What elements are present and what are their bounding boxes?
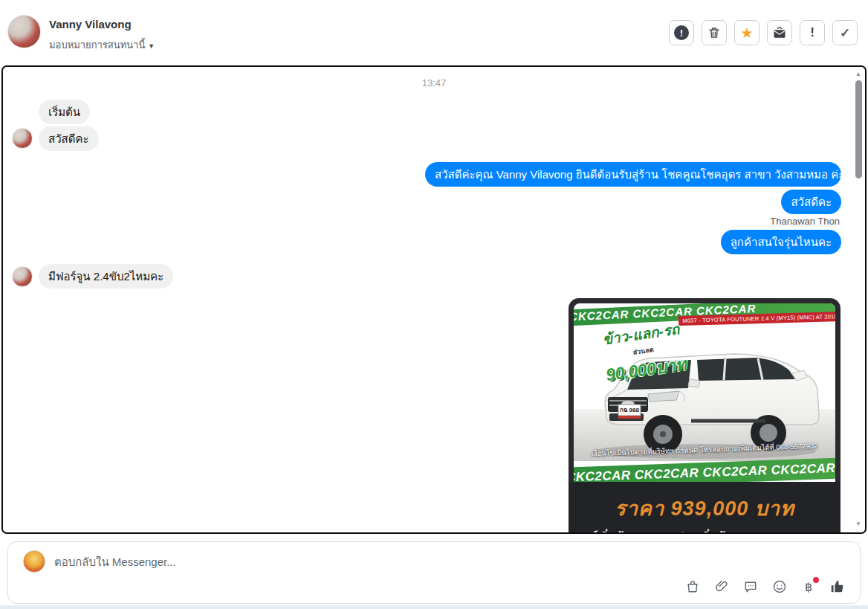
- emoji-icon[interactable]: [771, 578, 788, 596]
- incoming-message: เริ่มต้น: [39, 100, 90, 124]
- star-icon: ★: [740, 26, 753, 40]
- incoming-message: มีฟอร์จูน 2.4ขับ2ไหมคะ: [39, 264, 173, 289]
- scroll-up-arrow[interactable]: ▲: [854, 71, 863, 77]
- outgoing-message: สวัสดีคะ: [781, 190, 841, 214]
- scroll-down-arrow[interactable]: ▼: [854, 521, 863, 527]
- finance-suffix: บาท | 84 งวด: [773, 531, 841, 534]
- chevron-down-icon: ▼: [148, 42, 155, 50]
- contact-name: Vanny Vilavong: [49, 18, 132, 30]
- price-line: ราคา 939,000 บาท: [569, 492, 841, 524]
- installment-amount: 16,977: [736, 531, 773, 534]
- page-logo-avatar: [23, 550, 45, 573]
- saved-replies-icon[interactable]: [742, 578, 760, 596]
- trash-icon: [707, 26, 721, 39]
- delete-button[interactable]: [702, 20, 727, 45]
- outgoing-message: ลูกค้าสนใจรุ่นไหนคะ: [721, 230, 841, 254]
- shopping-bag-icon[interactable]: [684, 578, 702, 596]
- conversation-header: Vanny Vilavong มอบหมายการสนทนานี้▼ ! ★: [0, 0, 868, 65]
- reply-input[interactable]: [54, 551, 574, 572]
- done-button[interactable]: ✓: [832, 20, 858, 45]
- timestamp: 13:47: [3, 77, 865, 88]
- image-attachment-car-ad[interactable]: CKC2CAR CKC2CAR CKC2CAR M037 - TOYOTA FO…: [569, 298, 841, 534]
- bottom-strip: [0, 605, 868, 609]
- important-button[interactable]: !: [800, 20, 825, 45]
- finance-prefix: ดาวน์เริ่มต้น 0 บาท | ผ่อนเริ่มต้น: [569, 531, 736, 534]
- conversation-thread: 13:47 เริ่มต้น สวัสดีคะ สวัสดีค่ะคุณ Van…: [1, 65, 867, 534]
- car-ad-photo: CKC2CAR CKC2CAR CKC2CAR M037 - TOYOTA FO…: [574, 303, 835, 482]
- envelope-unread-icon: [773, 26, 786, 39]
- mark-unread-button[interactable]: [767, 20, 792, 45]
- thumbs-up-icon[interactable]: [829, 578, 846, 596]
- exclamation-circle-icon: !: [674, 25, 689, 40]
- check-icon: ✓: [840, 25, 850, 41]
- car-ad-footer: ราคา 939,000 บาท ดาวน์เริ่มต้น 0 บาท | ผ…: [569, 482, 841, 534]
- incoming-message: สวัสดีคะ: [39, 126, 99, 151]
- messenger-inbox-page: Vanny Vilavong มอบหมายการสนทนานี้▼ ! ★: [0, 0, 868, 609]
- contact-avatar-small: [12, 266, 33, 287]
- contact-avatar-small: [12, 128, 33, 149]
- contact-avatar: [7, 15, 41, 48]
- outgoing-message: สวัสดีค่ะคุณ Vanny Vilavong ยินดีต้อนรับ…: [425, 162, 841, 187]
- paperclip-icon[interactable]: [713, 578, 731, 596]
- star-button[interactable]: ★: [734, 20, 760, 45]
- exclamation-icon: !: [810, 25, 814, 40]
- payment-baht-icon[interactable]: ฿: [800, 578, 817, 596]
- reply-composer: ฿: [7, 541, 861, 604]
- svg-text:กฉ 988: กฉ 988: [620, 407, 639, 413]
- finance-line: ดาวน์เริ่มต้น 0 บาท | ผ่อนเริ่มต้น 16,97…: [569, 528, 841, 534]
- assign-conversation-label: มอบหมายการสนทนานี้: [49, 39, 145, 51]
- scrollbar-thumb[interactable]: [855, 80, 862, 178]
- sender-label: Thanawan Thon: [770, 216, 840, 227]
- composer-toolbar: ฿: [684, 578, 846, 596]
- header-action-bar: ! ★: [669, 20, 858, 45]
- assign-conversation-dropdown[interactable]: มอบหมายการสนทนานี้▼: [49, 37, 155, 53]
- report-button[interactable]: !: [669, 20, 694, 45]
- notification-dot: [813, 577, 819, 583]
